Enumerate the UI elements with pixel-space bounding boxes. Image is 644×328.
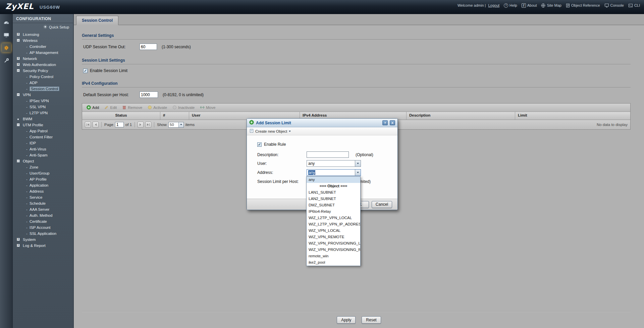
default-session-input[interactable] (140, 91, 158, 98)
sidebar-item-log-report[interactable]: Log & Report (13, 243, 73, 249)
dropdown-option[interactable]: WIZ_L2TP_VPN_LOCAL (307, 215, 360, 221)
dropdown-option[interactable]: DMZ_SUBNET (307, 202, 360, 208)
sidebar-item-address[interactable]: Address (13, 188, 73, 194)
sidebar-item-licensing[interactable]: Licensing (13, 31, 73, 38)
sidebar-item-l2tp-vpn[interactable]: L2TP VPN (13, 110, 73, 116)
sidebar-item-ap-management[interactable]: AP Management (13, 50, 73, 56)
cancel-button[interactable]: Cancel (372, 201, 392, 208)
sidebar-item-network[interactable]: Network (13, 56, 73, 62)
sidebar-item-auth-method[interactable]: Auth. Method (13, 212, 73, 218)
page-size-select[interactable]: 50 (168, 122, 184, 128)
sidebar-item-application[interactable]: Application (13, 182, 73, 188)
last-page-button[interactable] (145, 122, 151, 128)
sidebar-item-bwm[interactable]: BWM (13, 116, 73, 122)
dropdown-option[interactable]: ike2_pool (307, 259, 360, 266)
sidebar-item-schedule[interactable]: Schedule (13, 200, 73, 206)
dropdown-option[interactable]: any (307, 177, 360, 183)
sidebar-item-idp[interactable]: IDP (13, 140, 73, 146)
column-description[interactable]: Description (407, 112, 515, 120)
maintenance-wrench-icon[interactable] (2, 56, 11, 65)
expand-icon[interactable] (17, 238, 20, 241)
column-number[interactable]: # (160, 112, 189, 120)
dropdown-option[interactable]: WIZ_VPN_REMOTE (307, 234, 360, 240)
sidebar-item-zone[interactable]: Zone (13, 164, 73, 170)
sidebar-item-content-filter[interactable]: Content Filter (13, 134, 73, 140)
enable-rule-checkbox[interactable] (257, 142, 262, 147)
tab-session-control[interactable]: Session Control (76, 16, 118, 25)
edit-button[interactable]: Edit (102, 105, 119, 111)
sidebar-item-aaa-server[interactable]: AAA Server (13, 206, 73, 212)
sidebar-item-web-authentication[interactable]: Web Authentication (13, 62, 73, 68)
sidebar-item-service[interactable]: Service (13, 194, 73, 200)
expand-icon[interactable] (17, 63, 20, 66)
expand-icon[interactable] (17, 244, 20, 247)
sidebar-item-adp[interactable]: ADP (13, 80, 73, 86)
collapse-icon[interactable] (17, 159, 20, 162)
move-button[interactable]: Move (198, 105, 218, 111)
sidebar-item-policy-control[interactable]: Policy Control (13, 74, 73, 80)
dropdown-option[interactable]: WIZ_L2TP_VPN_IP_ADDRESS... (307, 221, 360, 227)
dialog-help-button[interactable]: ? (382, 120, 388, 125)
udp-timeout-input[interactable] (140, 44, 157, 50)
reset-button[interactable]: Reset (362, 316, 381, 324)
sidebar-item-ipsec-vpn[interactable]: IPSec VPN (13, 98, 73, 104)
monitor-icon[interactable] (2, 30, 11, 40)
sidebar-item-ap-profile[interactable]: AP Profile (13, 176, 73, 182)
collapse-icon[interactable] (17, 69, 20, 72)
dropdown-option[interactable]: IP6to4-Relay (307, 208, 360, 215)
sidebar-item-anti-spam[interactable]: Anti-Spam (13, 152, 73, 158)
create-new-object-button[interactable]: Create new Object (247, 127, 397, 135)
about-link[interactable]: Z About (522, 3, 537, 8)
collapse-icon[interactable] (17, 123, 20, 126)
dropdown-option[interactable]: WIZ_VPN_PROVISIONING_L... (307, 240, 360, 247)
sidebar-item-anti-virus[interactable]: Anti-Virus (13, 146, 73, 152)
sidebar-item-session-control[interactable]: Session Control (13, 86, 73, 92)
sidebar-item-ssl-vpn[interactable]: SSL VPN (13, 104, 73, 110)
collapse-icon[interactable] (17, 39, 20, 42)
remove-button[interactable]: Remove (120, 105, 145, 111)
dropdown-option[interactable]: WIZ_VPN_LOCAL (307, 227, 360, 234)
dropdown-option[interactable]: LAN1_SUBNET (307, 189, 360, 196)
sidebar-item-controller[interactable]: Controller (13, 44, 73, 50)
sidebar-item-utm-profile[interactable]: UTM Profile (13, 122, 73, 128)
chevron-down-icon[interactable] (178, 122, 183, 127)
sidebar-item-system[interactable]: System (13, 237, 73, 243)
previous-page-button[interactable] (93, 122, 99, 128)
column-status[interactable]: Status (82, 112, 160, 120)
apply-button[interactable]: Apply (337, 316, 356, 324)
page-number-input[interactable] (115, 122, 124, 127)
sidebar-item-isp-account[interactable]: ISP Account (13, 224, 73, 231)
activate-button[interactable]: Activate (145, 105, 169, 111)
expand-icon[interactable] (17, 33, 20, 36)
expand-icon[interactable] (17, 57, 20, 60)
quick-setup-link[interactable]: Quick Setup (13, 23, 73, 30)
add-button[interactable]: Add (84, 105, 101, 111)
sidebar-item-certificate[interactable]: Certificate (13, 218, 73, 224)
sidebar-item-ssl-application[interactable]: SSL Application (13, 231, 73, 237)
sidebar-item-wireless[interactable]: Wireless (13, 38, 73, 44)
dropdown-option[interactable]: remote_win (307, 253, 360, 259)
column-limit[interactable]: Limit (515, 112, 630, 120)
inactivate-button[interactable]: Inactivate (170, 105, 197, 111)
configuration-gear-icon[interactable] (2, 43, 11, 52)
sidebar-item-user-group[interactable]: User/Group (13, 170, 73, 176)
cli-link[interactable]: CLI (628, 3, 640, 8)
address-select[interactable]: any (307, 169, 361, 176)
sidebar-item-app-patrol[interactable]: App Patrol (13, 128, 73, 134)
dialog-close-button[interactable]: X (390, 120, 395, 125)
site-map-link[interactable]: Site Map (541, 3, 561, 8)
chevron-down-icon[interactable] (355, 160, 361, 167)
object-reference-link[interactable]: Object Reference (566, 3, 600, 8)
enable-session-limit-checkbox[interactable] (83, 69, 88, 73)
next-page-button[interactable] (138, 122, 144, 128)
user-select[interactable]: any (307, 160, 361, 167)
console-link[interactable]: Console (604, 3, 624, 8)
help-link[interactable]: ? Help (504, 3, 517, 8)
dashboard-icon[interactable] (2, 18, 11, 27)
dropdown-option[interactable]: WIZ_VPN_PROVISIONING_R... (307, 247, 360, 253)
logout-link[interactable]: Logout (488, 3, 499, 7)
sidebar-item-vpn[interactable]: VPN (13, 92, 73, 98)
chevron-down-icon[interactable] (355, 170, 361, 176)
sidebar-item-object[interactable]: Object (13, 158, 73, 164)
dialog-header[interactable]: Add Session Limit ? X (247, 119, 397, 127)
